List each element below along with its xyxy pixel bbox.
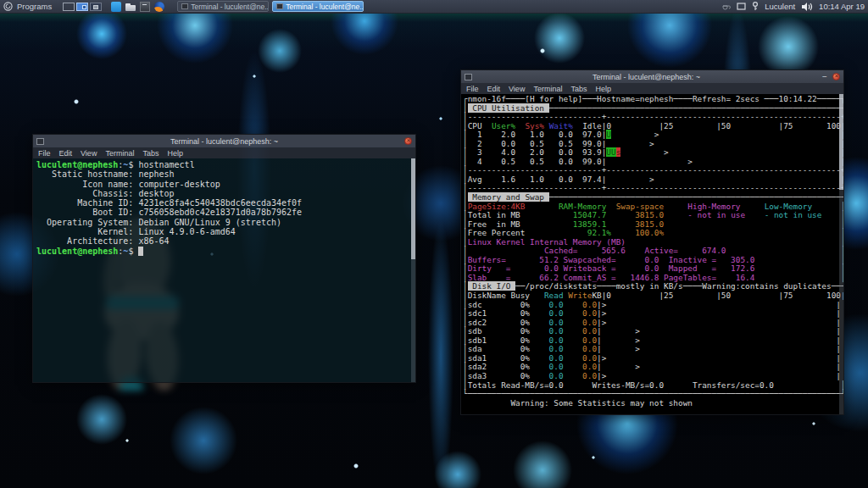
taskbar: Programs Terminal - luculent@ne... Termi… <box>0 0 868 14</box>
menu-file[interactable]: File <box>38 149 51 158</box>
volume-icon[interactable] <box>801 2 813 12</box>
workspace-3-active[interactable] <box>90 3 102 11</box>
menu-tabs[interactable]: Tabs <box>142 149 159 158</box>
start-logo-icon[interactable] <box>3 2 13 12</box>
close-button[interactable] <box>404 137 412 145</box>
programs-menu-button[interactable]: Programs <box>17 2 52 11</box>
window-tray-icon[interactable] <box>737 2 746 12</box>
hostnamectl-output: luculent@nephesh:~$ hostnamectl Static h… <box>36 160 415 256</box>
terminal-launcher-icon[interactable] <box>140 2 150 12</box>
terminal-window-nmon: Terminal - luculent@nephesh: ~ − File Ed… <box>460 69 844 415</box>
menu-help[interactable]: Help <box>167 149 183 158</box>
workspace-2[interactable] <box>76 3 88 11</box>
key-tray-icon[interactable] <box>752 2 759 12</box>
tray-app-icon[interactable] <box>722 2 731 12</box>
workspace-pager <box>63 3 102 11</box>
taskbar-button-terminal-1[interactable]: Terminal - luculent@ne... <box>177 1 269 12</box>
menu-edit[interactable]: Edit <box>487 85 501 93</box>
left-terminal-screen[interactable]: luculent@nephesh:~$ hostnamectl Static h… <box>33 158 415 382</box>
scrollbar[interactable] <box>839 94 843 414</box>
left-terminal-menubar: File Edit View Terminal Tabs Help <box>33 147 415 158</box>
taskbar-button-terminal-2-active[interactable]: Terminal - luculent@ne... <box>272 1 364 12</box>
quick-launchers <box>111 2 164 12</box>
desktop: Programs Terminal - luculent@ne... Termi… <box>0 0 868 488</box>
right-terminal-titlebar[interactable]: Terminal - luculent@nephesh: ~ − <box>461 70 843 83</box>
workspace-1[interactable] <box>63 3 75 11</box>
keyboard-layout-user[interactable]: Luculent <box>765 2 795 11</box>
terminal-window-icon <box>36 138 44 145</box>
right-terminal-screen[interactable]: ┌nmon-16f────[H for help]───Hostname=nep… <box>461 94 843 414</box>
terminal-icon <box>276 3 283 9</box>
terminal-window-icon <box>465 74 472 80</box>
left-terminal-titlebar[interactable]: Terminal - luculent@nephesh: ~ <box>33 135 415 147</box>
menu-view[interactable]: View <box>81 149 97 158</box>
right-terminal-menubar: File Edit View Terminal Tabs Help <box>461 83 843 94</box>
system-tray: Luculent 10:14 Apr 19 <box>722 2 865 12</box>
file-manager-launcher-icon[interactable] <box>111 2 121 12</box>
clock[interactable]: 10:14 Apr 19 <box>819 2 865 11</box>
close-button[interactable] <box>832 73 840 80</box>
task-list: Terminal - luculent@ne... Terminal - luc… <box>177 1 364 12</box>
task-label: Terminal - luculent@ne... <box>191 3 269 11</box>
scrollbar[interactable] <box>411 158 415 382</box>
menu-edit[interactable]: Edit <box>59 149 73 158</box>
menu-tabs[interactable]: Tabs <box>570 85 587 93</box>
folder-launcher-icon[interactable] <box>125 2 136 12</box>
task-label: Terminal - luculent@ne... <box>286 3 364 11</box>
menu-terminal[interactable]: Terminal <box>105 149 134 158</box>
window-title: Terminal - luculent@nephesh: ~ <box>476 73 817 81</box>
menu-help[interactable]: Help <box>595 85 611 93</box>
firefox-launcher-icon[interactable] <box>154 2 164 12</box>
terminal-window-hostnamectl: Terminal - luculent@nephesh: ~ File Edit… <box>32 134 416 383</box>
terminal-icon <box>181 3 188 9</box>
menu-terminal[interactable]: Terminal <box>533 85 562 93</box>
menu-view[interactable]: View <box>509 85 525 93</box>
minimize-button[interactable]: − <box>821 74 829 80</box>
menu-file[interactable]: File <box>466 85 479 93</box>
nmon-output: ┌nmon-16f────[H for help]───Hostname=nep… <box>463 95 843 408</box>
window-title: Terminal - luculent@nephesh: ~ <box>47 137 401 146</box>
